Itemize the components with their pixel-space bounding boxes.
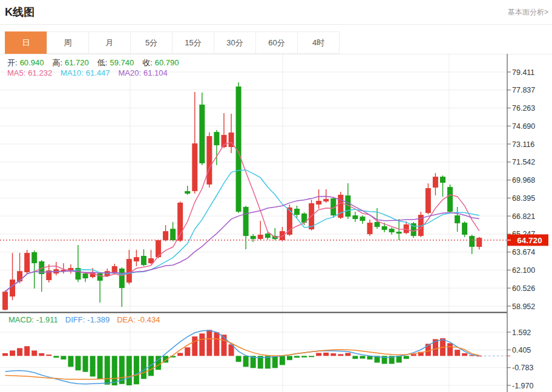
svg-text:79.411: 79.411 <box>512 68 534 77</box>
readout-value: 61.447 <box>86 68 110 77</box>
current-price-badge: 64.720 <box>507 234 548 246</box>
readout-value: 60.790 <box>155 58 179 67</box>
readout-value: 59.740 <box>110 58 134 67</box>
readout-label: MACD: <box>8 315 34 324</box>
svg-text:62.100: 62.100 <box>512 266 535 275</box>
candlestick-layer <box>2 82 482 310</box>
svg-text:1.592: 1.592 <box>512 328 531 337</box>
readout-label: MA5: <box>7 68 25 77</box>
readout-label: 收: <box>142 58 153 67</box>
readout-label: 开: <box>7 58 18 67</box>
readout-value: 61.232 <box>28 68 52 77</box>
svg-text:60.526: 60.526 <box>512 284 535 293</box>
readout-value: 60.940 <box>20 58 44 67</box>
readout-value: -1.911 <box>36 315 58 324</box>
svg-text:0.405: 0.405 <box>512 346 531 354</box>
svg-text:64.720: 64.720 <box>517 236 542 245</box>
svg-text:74.690: 74.690 <box>512 122 535 131</box>
svg-text:66.821: 66.821 <box>512 212 535 221</box>
ma-readout: MA5:61.232MA10:61.447MA20:61.104 <box>7 68 176 77</box>
svg-text:77.837: 77.837 <box>512 86 535 94</box>
readout-value: 61.104 <box>143 68 168 77</box>
svg-text:68.395: 68.395 <box>512 194 535 203</box>
svg-text:76.263: 76.263 <box>512 104 535 113</box>
price-axis: 79.41177.83776.26374.69073.11671.54269.9… <box>507 54 535 392</box>
readout-value: -1.389 <box>87 315 110 324</box>
svg-text:69.968: 69.968 <box>512 176 535 185</box>
svg-text:-0.783: -0.783 <box>512 364 533 372</box>
readout-label: 高: <box>52 58 62 67</box>
readout-label: MA20: <box>118 68 141 77</box>
readout-label: DIFF: <box>65 315 85 324</box>
readout-value: 61.720 <box>65 58 89 67</box>
svg-text:73.116: 73.116 <box>512 140 534 149</box>
svg-text:63.674: 63.674 <box>512 248 535 256</box>
svg-text:71.542: 71.542 <box>512 158 535 166</box>
readout-label: DEA: <box>117 315 135 324</box>
svg-text:58.952: 58.952 <box>512 302 535 311</box>
svg-text:-1.970: -1.970 <box>512 382 533 390</box>
readout-label: 低: <box>97 58 108 67</box>
ohlc-readout: 开:60.940高:61.720低:59.740收:60.790 <box>7 57 188 68</box>
readout-value: -0.434 <box>138 315 160 324</box>
readout-label: MA10: <box>61 68 84 77</box>
macd-histogram <box>2 330 482 385</box>
macd-readout: MACD:-1.911DIFF:-1.389DEA:-0.434 <box>8 315 167 324</box>
gridlines <box>0 54 507 392</box>
kline-chart-page: K线图 基本面分析> 日周月5分15分30分60分4时 79.41177.837… <box>0 0 552 392</box>
